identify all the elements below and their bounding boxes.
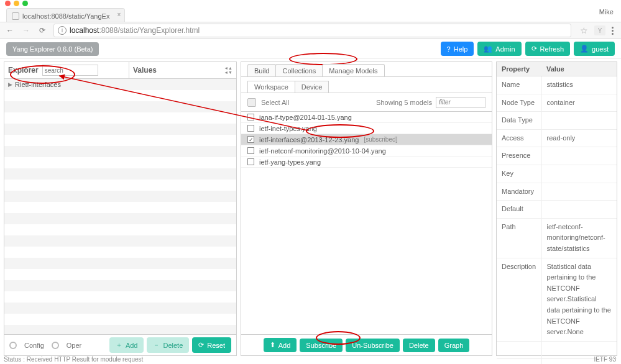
browser-menu-icon[interactable] [612, 27, 614, 35]
property-value: read-only [541, 129, 617, 147]
browser-tabbar: localhost:8088/static/YangEx × Mike [0, 7, 621, 22]
tab-manage-models[interactable]: Manage Models [322, 64, 384, 76]
model-row[interactable]: ietf-inet-types.yang [241, 123, 492, 134]
window-min-dot[interactable] [14, 1, 19, 6]
delete-label: Delete [163, 342, 183, 349]
values-title: Values [133, 66, 157, 75]
model-checkbox[interactable] [247, 158, 254, 165]
model-checkbox[interactable] [247, 125, 254, 132]
expand-icon[interactable]: ▶ [8, 81, 12, 88]
property-row: Key [497, 165, 617, 183]
property-key: Presence [497, 147, 541, 165]
subscribe-button[interactable]: Subscribe [300, 339, 343, 352]
model-row[interactable]: ietf-netconf-monitoring@2010-10-04.yang [241, 145, 492, 157]
tab-title: localhost:8088/static/YangEx [22, 12, 109, 20]
explorer-search-input[interactable] [42, 65, 98, 76]
browser-tab[interactable]: localhost:8088/static/YangEx × [6, 8, 125, 22]
explorer-add-button[interactable]: ＋Add [109, 337, 144, 353]
model-name: iana-if-type@2014-01-15.yang [259, 114, 352, 121]
unsubscribe-label: Un-Subscribe [352, 342, 393, 349]
model-name: ietf-interfaces@2013-12-23.yang [259, 136, 359, 143]
tab-collections[interactable]: Collections [275, 64, 323, 76]
plus-icon: ＋ [116, 340, 122, 350]
explorer-reset-button[interactable]: ⟳Reset [192, 337, 231, 353]
unsubscribe-button[interactable]: Un-Subscribe [346, 339, 400, 352]
subscribed-tag: [subscribed] [364, 136, 397, 143]
property-value: ietf-netconf-monitoring/netconf-state/st… [541, 218, 617, 258]
value-header: Value [541, 62, 617, 76]
property-row: Mandatory [497, 183, 617, 201]
config-radio[interactable] [9, 342, 17, 349]
explorer-tree[interactable]: ▶Rietf-interfaces [4, 79, 236, 334]
column-resize-icon[interactable]: ◄▲◄▼ [224, 66, 232, 75]
guest-label: guest [592, 45, 609, 53]
model-name: ietf-inet-types.yang [259, 125, 317, 132]
user-icon: 👤 [580, 45, 589, 53]
explorer-title: Explorer [8, 66, 39, 75]
select-all-checkbox[interactable] [247, 98, 256, 107]
subtab-device[interactable]: Device [295, 81, 329, 93]
property-value [541, 165, 617, 183]
graph-button[interactable]: Graph [438, 339, 470, 352]
property-row: Accessread-only [497, 129, 617, 147]
model-checkbox[interactable] [247, 147, 254, 154]
admin-button[interactable]: 👥Admin [477, 42, 521, 56]
showing-count: Showing 5 models [376, 99, 432, 106]
refresh-label: Refresh [540, 45, 564, 53]
select-all-label: Select All [261, 99, 289, 106]
model-checkbox[interactable]: ✓ [247, 136, 254, 143]
config-label: Config [24, 342, 44, 349]
models-delete-button[interactable]: Delete [403, 339, 435, 352]
subscribe-label: Subscribe [306, 342, 336, 349]
minus-icon: － [153, 340, 160, 350]
bookmark-icon[interactable]: ☆ [580, 25, 588, 35]
help-icon: ? [447, 45, 451, 53]
model-name: ietf-netconf-monitoring@2010-10-04.yang [259, 147, 386, 155]
oper-radio[interactable] [52, 342, 59, 349]
back-icon[interactable]: ← [5, 25, 15, 35]
tab-close-icon[interactable]: × [117, 11, 121, 18]
window-close-dot[interactable] [5, 1, 11, 6]
window-max-dot[interactable] [22, 1, 28, 6]
reload-icon[interactable]: ⟳ [37, 25, 47, 35]
explorer-delete-button[interactable]: －Delete [147, 337, 189, 353]
forward-icon[interactable]: → [21, 25, 31, 35]
models-add-button[interactable]: ⬆Add [264, 338, 297, 352]
explorer-panel: Explorer Values ◄▲◄▼ ▶Rietf-interfaces C… [4, 61, 237, 356]
model-checkbox[interactable] [247, 114, 254, 121]
upload-icon: ⬆ [270, 341, 275, 349]
property-key: Node Type [497, 94, 541, 112]
url-field[interactable]: i localhost:8088/static/YangExplorer.htm… [53, 24, 571, 37]
models-list: iana-if-type@2014-01-15.yangietf-inet-ty… [241, 112, 492, 334]
model-row[interactable]: ✓ietf-interfaces@2013-12-23.yang[subscri… [241, 134, 492, 145]
site-info-icon[interactable]: i [58, 26, 67, 35]
property-key: Name [497, 76, 541, 94]
model-name: ietf-yang-types.yang [259, 158, 321, 166]
main-tabs: BuildCollectionsManage Models [241, 62, 492, 77]
browser-user-label: Mike [599, 8, 614, 16]
app-toolbar: Yang Explorer 0.6.0 (Beta) ?Help 👥Admin … [0, 39, 621, 59]
add-label: Add [126, 342, 138, 349]
tree-item[interactable]: ▶Rietf-interfaces [4, 79, 236, 90]
app-title-badge: Yang Explorer 0.6.0 (Beta) [6, 42, 99, 56]
subtab-workspace[interactable]: Workspace [247, 81, 295, 93]
refresh-button[interactable]: ⟳Refresh [525, 42, 571, 56]
property-key: Access [497, 129, 541, 147]
help-label: Help [454, 45, 468, 53]
models-delete-label: Delete [409, 342, 429, 349]
extension-icon[interactable]: Y [594, 25, 605, 35]
refresh-icon: ⟳ [531, 45, 537, 53]
model-row[interactable]: iana-if-type@2014-01-15.yang [241, 112, 492, 123]
models-add-label: Add [278, 342, 291, 349]
guest-button[interactable]: 👤guest [574, 42, 615, 56]
model-row[interactable]: ietf-yang-types.yang [241, 157, 492, 168]
status-bar: Status : Received HTTP Result for module… [4, 356, 143, 363]
property-value: statistics [541, 76, 617, 94]
help-button[interactable]: ?Help [441, 42, 474, 56]
property-key: Description [497, 258, 541, 341]
property-row: Default [497, 201, 617, 219]
model-filter-input[interactable] [436, 97, 485, 108]
property-row: Pathietf-netconf-monitoring/netconf-stat… [497, 218, 617, 258]
tab-build[interactable]: Build [247, 64, 276, 76]
reset-label: Reset [207, 342, 225, 349]
